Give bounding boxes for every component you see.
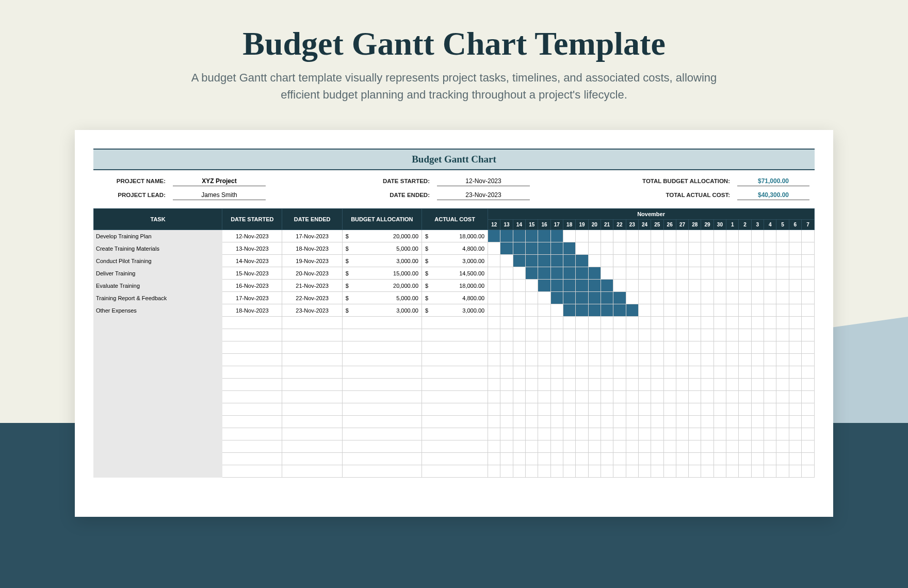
empty-cell[interactable] bbox=[342, 391, 421, 403]
budget-cell[interactable]: $5,000.00 bbox=[342, 292, 421, 304]
actual-cell[interactable]: $4,800.00 bbox=[422, 242, 488, 255]
empty-cell[interactable] bbox=[422, 440, 488, 453]
task-cell[interactable]: Conduct Pilot Training bbox=[94, 255, 222, 267]
end-cell[interactable]: 20-Nov-2023 bbox=[282, 267, 342, 280]
empty-cell[interactable] bbox=[422, 379, 488, 391]
empty-cell[interactable] bbox=[282, 317, 342, 329]
empty-cell[interactable] bbox=[282, 379, 342, 391]
end-cell[interactable]: 18-Nov-2023 bbox=[282, 242, 342, 255]
empty-cell[interactable] bbox=[422, 391, 488, 403]
task-cell[interactable] bbox=[94, 354, 222, 366]
empty-cell[interactable] bbox=[342, 453, 421, 465]
task-cell[interactable] bbox=[94, 366, 222, 379]
task-cell[interactable] bbox=[94, 428, 222, 440]
end-cell[interactable]: 17-Nov-2023 bbox=[282, 230, 342, 242]
empty-cell[interactable] bbox=[222, 416, 282, 428]
start-cell[interactable]: 17-Nov-2023 bbox=[222, 292, 282, 304]
task-cell[interactable]: Other Expenses bbox=[94, 304, 222, 317]
task-cell[interactable] bbox=[94, 403, 222, 416]
empty-cell[interactable] bbox=[342, 366, 421, 379]
budget-cell[interactable]: $3,000.00 bbox=[342, 255, 421, 267]
empty-cell[interactable] bbox=[342, 329, 421, 341]
task-cell[interactable] bbox=[94, 453, 222, 465]
actual-cell[interactable]: $3,000.00 bbox=[422, 304, 488, 317]
task-cell[interactable] bbox=[94, 416, 222, 428]
empty-cell[interactable] bbox=[282, 354, 342, 366]
empty-cell[interactable] bbox=[282, 341, 342, 354]
start-cell[interactable]: 18-Nov-2023 bbox=[222, 304, 282, 317]
empty-cell[interactable] bbox=[222, 453, 282, 465]
task-cell[interactable]: Develop Training Plan bbox=[94, 230, 222, 242]
task-cell[interactable] bbox=[94, 465, 222, 478]
budget-cell[interactable]: $15,000.00 bbox=[342, 267, 421, 280]
empty-cell[interactable] bbox=[342, 403, 421, 416]
actual-cell[interactable]: $3,000.00 bbox=[422, 255, 488, 267]
empty-cell[interactable] bbox=[422, 416, 488, 428]
empty-cell[interactable] bbox=[282, 465, 342, 478]
empty-cell[interactable] bbox=[422, 354, 488, 366]
actual-cell[interactable]: $4,800.00 bbox=[422, 292, 488, 304]
empty-cell[interactable] bbox=[282, 329, 342, 341]
empty-cell[interactable] bbox=[422, 453, 488, 465]
project-name-value[interactable]: XYZ Project bbox=[173, 177, 266, 186]
actual-cell[interactable]: $18,000.00 bbox=[422, 230, 488, 242]
end-cell[interactable]: 22-Nov-2023 bbox=[282, 292, 342, 304]
end-cell[interactable]: 23-Nov-2023 bbox=[282, 304, 342, 317]
start-cell[interactable]: 14-Nov-2023 bbox=[222, 255, 282, 267]
empty-cell[interactable] bbox=[422, 366, 488, 379]
budget-cell[interactable]: $20,000.00 bbox=[342, 230, 421, 242]
empty-cell[interactable] bbox=[342, 440, 421, 453]
empty-cell[interactable] bbox=[342, 379, 421, 391]
empty-cell[interactable] bbox=[342, 341, 421, 354]
task-cell[interactable]: Deliver Training bbox=[94, 267, 222, 280]
empty-cell[interactable] bbox=[422, 428, 488, 440]
empty-cell[interactable] bbox=[282, 428, 342, 440]
task-cell[interactable] bbox=[94, 341, 222, 354]
empty-cell[interactable] bbox=[282, 453, 342, 465]
empty-cell[interactable] bbox=[222, 391, 282, 403]
empty-cell[interactable] bbox=[222, 329, 282, 341]
start-cell[interactable]: 15-Nov-2023 bbox=[222, 267, 282, 280]
empty-cell[interactable] bbox=[222, 366, 282, 379]
empty-cell[interactable] bbox=[282, 391, 342, 403]
end-cell[interactable]: 19-Nov-2023 bbox=[282, 255, 342, 267]
task-cell[interactable]: Evaluate Training bbox=[94, 280, 222, 292]
task-cell[interactable] bbox=[94, 379, 222, 391]
empty-cell[interactable] bbox=[342, 428, 421, 440]
budget-cell[interactable]: $3,000.00 bbox=[342, 304, 421, 317]
empty-cell[interactable] bbox=[422, 329, 488, 341]
empty-cell[interactable] bbox=[222, 428, 282, 440]
date-ended-value[interactable]: 23-Nov-2023 bbox=[437, 191, 530, 200]
empty-cell[interactable] bbox=[222, 403, 282, 416]
start-cell[interactable]: 13-Nov-2023 bbox=[222, 242, 282, 255]
empty-cell[interactable] bbox=[282, 403, 342, 416]
empty-cell[interactable] bbox=[282, 416, 342, 428]
empty-cell[interactable] bbox=[222, 341, 282, 354]
empty-cell[interactable] bbox=[222, 317, 282, 329]
empty-cell[interactable] bbox=[342, 317, 421, 329]
empty-cell[interactable] bbox=[422, 403, 488, 416]
empty-cell[interactable] bbox=[222, 440, 282, 453]
empty-cell[interactable] bbox=[342, 416, 421, 428]
empty-cell[interactable] bbox=[282, 440, 342, 453]
empty-cell[interactable] bbox=[422, 317, 488, 329]
start-cell[interactable]: 16-Nov-2023 bbox=[222, 280, 282, 292]
actual-cell[interactable]: $14,500.00 bbox=[422, 267, 488, 280]
actual-cell[interactable]: $18,000.00 bbox=[422, 280, 488, 292]
budget-cell[interactable]: $20,000.00 bbox=[342, 280, 421, 292]
budget-cell[interactable]: $5,000.00 bbox=[342, 242, 421, 255]
empty-cell[interactable] bbox=[342, 354, 421, 366]
task-cell[interactable]: Create Training Materials bbox=[94, 242, 222, 255]
date-started-value[interactable]: 12-Nov-2023 bbox=[437, 177, 530, 186]
start-cell[interactable]: 12-Nov-2023 bbox=[222, 230, 282, 242]
empty-cell[interactable] bbox=[422, 465, 488, 478]
empty-cell[interactable] bbox=[422, 341, 488, 354]
task-cell[interactable] bbox=[94, 391, 222, 403]
empty-cell[interactable] bbox=[342, 465, 421, 478]
project-lead-value[interactable]: James Smith bbox=[173, 191, 266, 200]
task-cell[interactable] bbox=[94, 329, 222, 341]
task-cell[interactable]: Training Report & Feedback bbox=[94, 292, 222, 304]
task-cell[interactable] bbox=[94, 317, 222, 329]
task-cell[interactable] bbox=[94, 440, 222, 453]
empty-cell[interactable] bbox=[222, 465, 282, 478]
